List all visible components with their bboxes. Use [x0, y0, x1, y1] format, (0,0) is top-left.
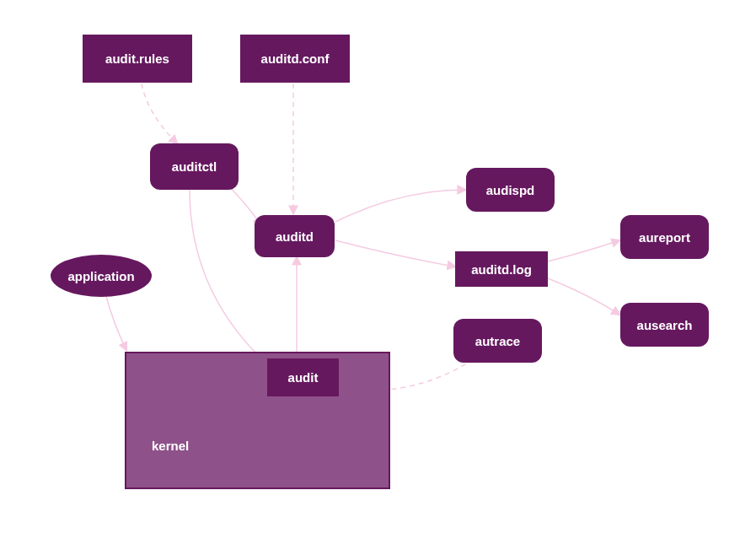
audispd-label: audispd — [486, 183, 535, 197]
auditd-label: auditd — [276, 229, 314, 244]
node-auditd: auditd — [255, 215, 335, 257]
edge-auditd-audispd — [335, 190, 465, 222]
edge-auditctl-audit — [190, 190, 265, 363]
edge-application-kernel — [105, 294, 126, 350]
autrace-label: autrace — [475, 334, 520, 348]
edge-auditdlog-aureport — [548, 240, 619, 261]
auditdlog-label: auditd.log — [471, 262, 532, 277]
node-autrace: autrace — [453, 319, 542, 363]
aureport-label: aureport — [639, 230, 690, 245]
auditctl-label: auditctl — [172, 159, 217, 174]
node-auditctl: auditctl — [150, 143, 239, 190]
node-application: application — [51, 255, 152, 297]
audit-label: audit — [288, 370, 319, 385]
edge-auditdlog-ausearch — [548, 278, 619, 315]
node-aureport: aureport — [620, 215, 709, 259]
node-auditrules: audit.rules — [83, 35, 192, 83]
application-label: application — [67, 269, 134, 283]
node-audit: audit — [267, 358, 339, 396]
node-auditdconf: auditd.conf — [240, 35, 350, 83]
ausearch-label: ausearch — [637, 318, 693, 332]
edge-auditrules-auditctl — [142, 83, 177, 143]
node-audispd: audispd — [466, 168, 555, 212]
kernel-label: kernel — [152, 439, 189, 453]
node-auditdlog: auditd.log — [455, 251, 548, 287]
kernel-box: kernel — [125, 352, 390, 489]
auditdconf-label: auditd.conf — [261, 51, 330, 66]
edge-auditd-auditdlog — [335, 240, 455, 267]
node-ausearch: ausearch — [620, 303, 709, 347]
auditrules-label: audit.rules — [105, 51, 169, 66]
